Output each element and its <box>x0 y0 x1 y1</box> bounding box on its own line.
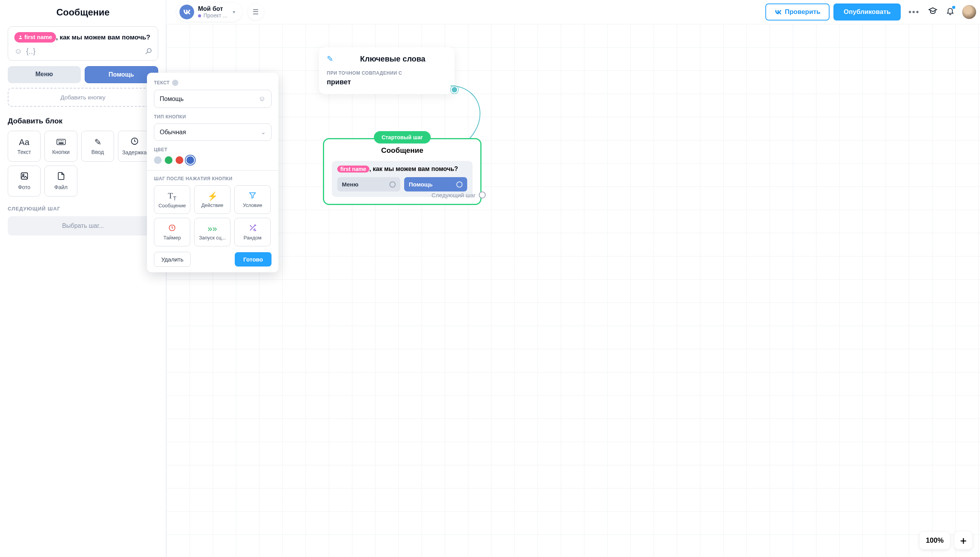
block-input[interactable]: ✎ Ввод <box>81 131 114 162</box>
next-step-port[interactable]: Следующий шаг <box>432 191 486 198</box>
block-grid: Aa Текст Кнопки ✎ Ввод Задержка Фото <box>8 131 158 196</box>
block-file[interactable]: Файл <box>44 166 77 196</box>
more-icon[interactable]: ••• <box>908 7 920 17</box>
button-type-select[interactable]: Обычная ⌄ <box>154 123 271 141</box>
lightning-icon: ⚡ <box>207 191 218 202</box>
zoom-level[interactable]: 100% <box>920 532 950 549</box>
port-icon[interactable] <box>456 181 463 188</box>
message-text[interactable]: first name , как мы можем вам помочь? <box>14 32 152 43</box>
bell-icon[interactable] <box>946 7 954 17</box>
funnel-icon <box>249 191 256 202</box>
message-node-title: Сообщение <box>332 146 473 155</box>
button-row: Меню Помощь <box>8 66 158 83</box>
hamburger-button[interactable]: ☰ <box>248 4 264 20</box>
zoom-in-button[interactable]: ＋ <box>954 531 972 549</box>
svg-point-2 <box>58 140 58 141</box>
canvas[interactable]: ✎ Ключевые слова ПРИ ТОЧНОМ СОВПАДЕНИИ С… <box>166 24 980 557</box>
test-button[interactable]: Проверить <box>765 3 830 21</box>
button-menu[interactable]: Меню <box>8 66 81 83</box>
keywords-subtitle: ПРИ ТОЧНОМ СОВПАДЕНИИ С <box>327 70 447 76</box>
step-action[interactable]: ⚡ Действие <box>194 185 230 214</box>
bot-info: Мой бот Проект ... <box>198 5 227 19</box>
panel-title: Сообщение <box>8 7 158 18</box>
help-icon[interactable] <box>172 80 178 86</box>
color-swatch[interactable] <box>186 156 194 164</box>
text-label: ТЕКСТ <box>154 80 271 86</box>
step-random[interactable]: Рандом <box>234 218 271 246</box>
vk-icon <box>179 5 194 19</box>
color-picker <box>154 156 271 164</box>
svg-point-5 <box>63 140 63 141</box>
attach-icon[interactable]: ⚲ <box>143 46 154 57</box>
text-aa-icon: Aa <box>19 137 29 147</box>
button-text-input[interactable]: Помощь ☺ <box>154 90 271 108</box>
keyboard-icon <box>56 137 66 147</box>
block-photo[interactable]: Фото <box>8 166 41 196</box>
chevrons-icon: »» <box>208 224 217 234</box>
emoji-icon[interactable]: ☺ <box>259 95 266 103</box>
done-button[interactable]: Готово <box>235 252 271 267</box>
step-message[interactable]: TT Сообщение <box>154 185 190 214</box>
port-icon[interactable] <box>479 191 486 198</box>
svg-point-0 <box>20 36 21 37</box>
port-icon[interactable] <box>389 181 396 188</box>
status-dot-icon <box>198 14 201 17</box>
type-label: ТИП КНОПКИ <box>154 114 271 120</box>
button-edit-popup: ТЕКСТ Помощь ☺ ТИП КНОПКИ Обычная ⌄ ЦВЕТ… <box>147 73 278 272</box>
svg-rect-1 <box>57 139 65 145</box>
vk-small-icon <box>775 10 782 14</box>
color-label: ЦВЕТ <box>154 147 271 152</box>
svg-rect-8 <box>21 173 27 179</box>
avatar[interactable] <box>962 5 976 19</box>
block-buttons[interactable]: Кнопки <box>44 131 77 162</box>
keywords-title: Ключевые слова <box>339 55 447 63</box>
bot-selector[interactable]: Мой бот Проект ... ▾ <box>176 2 242 22</box>
academy-icon[interactable] <box>928 6 937 18</box>
bot-name: Мой бот <box>198 5 227 12</box>
color-swatch[interactable] <box>176 156 183 164</box>
zoom-controls: 100% ＋ <box>920 531 972 549</box>
svg-point-3 <box>60 140 60 141</box>
add-block-title: Добавить блок <box>8 117 158 125</box>
message-toolbar: ☺ {..} ⚲ <box>14 46 152 56</box>
left-panel: Сообщение first name , как мы можем вам … <box>0 0 166 557</box>
file-icon <box>57 172 65 183</box>
message-editor[interactable]: first name , как мы можем вам помочь? ☺ … <box>8 26 158 61</box>
firstname-chip-small: first name <box>337 166 369 173</box>
text-tt-icon: TT <box>168 191 176 202</box>
add-button[interactable]: Добавить кнопку <box>8 88 158 107</box>
top-bar: Мой бот Проект ... ▾ ☰ Проверить Опублик… <box>166 0 980 24</box>
chevron-down-icon: ⌄ <box>261 128 266 136</box>
svg-point-9 <box>22 174 24 176</box>
person-icon <box>18 35 23 39</box>
color-swatch[interactable] <box>165 156 172 164</box>
svg-point-4 <box>61 140 61 141</box>
step-after-label: ШАГ ПОСЛЕ НАЖАТИЯ КНОПКИ <box>154 176 271 181</box>
message-node[interactable]: Стартовый шаг Сообщение first name, как … <box>323 138 481 205</box>
step-condition[interactable]: Условие <box>234 185 271 214</box>
emoji-icon[interactable]: ☺ <box>14 47 22 56</box>
node-button-help[interactable]: Помощь <box>404 177 467 191</box>
bubble-text: first name, как мы можем вам помочь? <box>337 166 467 173</box>
select-step[interactable]: Выбрать шаг... <box>8 216 158 236</box>
block-delay[interactable]: Задержка <box>118 131 151 162</box>
pencil-icon: ✎ <box>94 137 101 147</box>
next-step-label: СЛЕДУЮЩИЙ ШАГ <box>8 206 158 212</box>
clock-icon <box>168 224 176 234</box>
clock-icon <box>130 137 139 148</box>
svg-rect-6 <box>59 143 63 144</box>
step-timer[interactable]: Таймер <box>154 218 190 246</box>
block-text[interactable]: Aa Текст <box>8 131 41 162</box>
edit-icon[interactable]: ✎ <box>327 54 333 63</box>
shuffle-icon <box>249 224 256 234</box>
publish-button[interactable]: Опубликовать <box>833 3 900 21</box>
photo-icon <box>20 172 29 183</box>
chevron-down-icon[interactable]: ▾ <box>231 8 237 16</box>
delete-button[interactable]: Удалить <box>154 252 191 267</box>
node-button-menu[interactable]: Меню <box>337 177 400 191</box>
firstname-chip[interactable]: first name <box>14 32 56 43</box>
step-launch[interactable]: »» Запуск сц... <box>194 218 230 246</box>
step-grid: TT Сообщение ⚡ Действие Условие Таймер »… <box>154 185 271 246</box>
color-swatch[interactable] <box>154 156 162 164</box>
variable-icon[interactable]: {..} <box>26 47 35 56</box>
